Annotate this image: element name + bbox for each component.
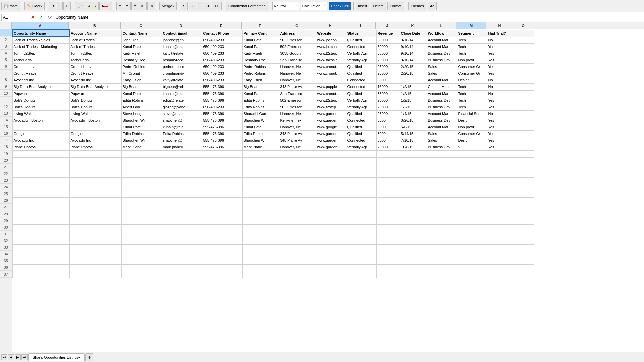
table-cell[interactable]: Jack of Trades [69, 43, 121, 50]
table-cell[interactable]: Yes [487, 70, 514, 77]
table-cell[interactable] [487, 258, 514, 264]
table-cell[interactable] [514, 218, 534, 224]
table-cell[interactable]: Verbally Agr [346, 97, 376, 104]
table-cell[interactable]: 348 Plane Av [279, 83, 316, 90]
table-cell[interactable]: Status [346, 30, 376, 37]
sheet-tab-active[interactable]: Shar's Opportunities List .csv [28, 353, 85, 361]
table-cell[interactable]: Had Trial? [487, 30, 514, 37]
table-cell[interactable] [514, 231, 534, 238]
table-cell[interactable]: Rosmary Roc [242, 57, 279, 63]
row-num-27[interactable]: 27 [0, 204, 12, 210]
table-cell[interactable]: 348 Plane Av [279, 137, 316, 144]
insert-button[interactable]: Insert [356, 2, 370, 10]
table-cell[interactable] [427, 150, 457, 157]
table-cell[interactable] [346, 171, 376, 177]
table-cell[interactable]: Business Dev [427, 104, 457, 110]
table-cell[interactable] [279, 204, 316, 211]
table-cell[interactable]: Design [457, 117, 487, 124]
table-cell[interactable]: Jack of Trades - Sales [12, 37, 69, 43]
table-cell[interactable] [346, 258, 376, 264]
table-cell[interactable] [376, 224, 400, 231]
table-cell[interactable]: Yes [487, 43, 514, 50]
table-cell[interactable] [162, 211, 202, 218]
table-cell[interactable] [12, 157, 69, 164]
col-header-C[interactable]: C [121, 22, 161, 29]
table-cell[interactable]: 3000 [376, 117, 400, 124]
table-cell[interactable]: Avocado Inc [12, 77, 69, 83]
table-cell[interactable] [121, 184, 162, 191]
table-cell[interactable]: Living Wall [69, 110, 121, 117]
table-cell[interactable]: Tech [457, 37, 487, 43]
table-cell[interactable] [69, 204, 121, 211]
table-cell[interactable]: Account Mar [427, 90, 457, 97]
table-cell[interactable]: 650-409-233 [202, 104, 242, 110]
table-cell[interactable] [487, 238, 514, 244]
row-num-4[interactable]: 4 [0, 50, 12, 56]
table-cell[interactable] [162, 231, 202, 238]
table-cell[interactable] [202, 197, 242, 204]
table-cell[interactable] [316, 177, 346, 184]
table-cell[interactable] [316, 224, 346, 231]
table-cell[interactable] [487, 197, 514, 204]
row-num-3[interactable]: 3 [0, 43, 12, 50]
table-cell[interactable]: Consumer Gr [457, 130, 487, 137]
table-cell[interactable] [400, 218, 427, 224]
table-cell[interactable]: Tech [457, 43, 487, 50]
border-button[interactable]: ⊞▾ [75, 2, 85, 10]
table-cell[interactable] [427, 231, 457, 238]
table-cell[interactable] [121, 177, 162, 184]
row-num-28[interactable]: 28 [0, 210, 12, 217]
table-cell[interactable] [514, 197, 534, 204]
table-cell[interactable]: 502 Emerson [279, 43, 316, 50]
table-cell[interactable]: 555-476-396 [202, 144, 242, 150]
table-cell[interactable]: Yes [487, 144, 514, 150]
row-num-36[interactable]: 36 [0, 264, 12, 271]
table-cell[interactable] [279, 238, 316, 244]
table-cell[interactable] [12, 264, 69, 271]
table-cell[interactable]: 555-476-396 [202, 130, 242, 137]
table-cell[interactable]: Financial Ser [457, 110, 487, 117]
table-cell[interactable]: Segment [457, 30, 487, 37]
table-cell[interactable]: Sales [427, 137, 457, 144]
tab-next-button[interactable]: ▶ [15, 354, 21, 360]
table-cell[interactable] [69, 238, 121, 244]
table-cell[interactable] [400, 231, 427, 238]
row-num-26[interactable]: 26 [0, 197, 12, 204]
table-cell[interactable] [12, 191, 69, 197]
table-cell[interactable]: johndoe@gn [162, 37, 202, 43]
col-header-L[interactable]: L [426, 22, 456, 29]
table-cell[interactable] [376, 204, 400, 211]
table-cell[interactable]: Tech [457, 97, 487, 104]
table-cell[interactable]: Close Date [400, 30, 427, 37]
table-cell[interactable] [69, 197, 121, 204]
table-cell[interactable] [400, 271, 427, 278]
table-cell[interactable] [69, 264, 121, 271]
paste-button[interactable]: 📋 Paste [1, 2, 20, 10]
table-cell[interactable]: 650-409-233 [202, 37, 242, 43]
col-header-K[interactable]: K [399, 22, 426, 29]
table-cell[interactable]: Connected [346, 137, 376, 144]
table-cell[interactable]: bigbear@rel: [162, 83, 202, 90]
table-cell[interactable]: 2/20/15 [400, 70, 427, 77]
table-cell[interactable] [376, 264, 400, 271]
table-cell[interactable]: San Francisc [279, 57, 316, 63]
row-num-12[interactable]: 12 [0, 103, 12, 110]
table-cell[interactable] [242, 244, 279, 251]
table-cell[interactable] [242, 271, 279, 278]
table-cell[interactable] [69, 258, 121, 264]
table-cell[interactable]: Yes [487, 50, 514, 57]
table-cell[interactable]: www.jot.con [316, 43, 346, 50]
table-cell[interactable]: Qualified [346, 37, 376, 43]
underline-button[interactable]: U [63, 2, 71, 10]
table-cell[interactable] [487, 224, 514, 231]
table-cell[interactable] [457, 258, 487, 264]
table-cell[interactable] [376, 258, 400, 264]
table-cell[interactable]: Kunal Patel [242, 124, 279, 130]
table-cell[interactable] [457, 224, 487, 231]
table-cell[interactable]: Kerrville, Tex [279, 117, 316, 124]
table-cell[interactable] [162, 157, 202, 164]
table-cell[interactable] [316, 184, 346, 191]
table-cell[interactable]: Steve Loughl [121, 110, 162, 117]
table-cell[interactable]: Yes [487, 63, 514, 70]
table-cell[interactable] [12, 271, 69, 278]
